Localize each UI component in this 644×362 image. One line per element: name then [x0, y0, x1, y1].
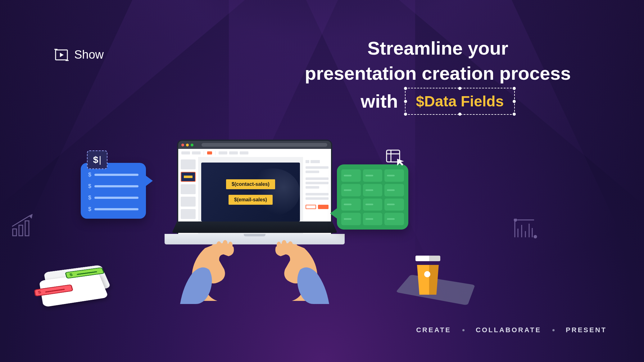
data-field-placeholder: $(contact-sales) [226, 179, 275, 189]
bullet-separator-icon [462, 329, 465, 331]
selection-handle-icon [404, 87, 407, 90]
headline-line2: presentation creation process [292, 61, 584, 86]
sheet-cell [341, 213, 361, 225]
growth-chart-outline-icon [11, 214, 36, 239]
svg-rect-17 [19, 225, 23, 236]
footer-item: CREATE [416, 326, 451, 334]
dollar-cursor-label: $ [93, 154, 98, 165]
data-fields-label: $Data Fields [416, 93, 504, 109]
sheet-cell [341, 169, 361, 182]
selection-handle-icon [404, 113, 407, 116]
brand-name: Show [74, 48, 104, 61]
bar-chart-outline-icon [514, 219, 538, 242]
slide-thumbnail [181, 184, 196, 194]
fields-list-card: $| $ $ $ $ [81, 163, 146, 219]
dollar-icon: $ [88, 194, 91, 201]
sheet-cell [384, 199, 404, 211]
laptop-illustration: $(contact-sales) $(email-sales) [165, 140, 345, 288]
sheet-cell [384, 169, 404, 182]
slide-canvas: $(contact-sales) $(email-sales) [201, 163, 300, 221]
sheet-cell [384, 213, 404, 225]
slide-thumbnail [181, 159, 196, 169]
sheet-cell [341, 199, 361, 211]
slide-thumbnail-active [181, 172, 196, 182]
selection-handle-icon [458, 87, 461, 90]
field-row: $ [88, 206, 138, 212]
svg-point-11 [293, 244, 298, 251]
selection-handle-icon [513, 87, 516, 90]
svg-rect-16 [13, 229, 16, 236]
dollar-icon: $ [88, 172, 91, 178]
svg-point-8 [288, 241, 293, 249]
cards-stack-icon [38, 264, 121, 307]
data-fields-selection-box: $Data Fields [405, 88, 515, 115]
svg-marker-3 [60, 53, 64, 57]
window-titlebar [178, 141, 331, 149]
app-toolbar [178, 149, 331, 157]
hand-left-icon [177, 217, 252, 304]
footer-tags: CREATE COLLABORATE PRESENT [416, 326, 607, 334]
headline-with: with [361, 91, 398, 112]
sheet-cell [384, 184, 404, 196]
svg-point-22 [514, 219, 517, 221]
svg-point-5 [223, 240, 228, 248]
show-logo-icon [54, 49, 69, 61]
footer-item: COLLABORATE [476, 326, 541, 334]
sheet-cell [363, 184, 383, 196]
close-dot-icon [181, 144, 184, 146]
field-row: $ [88, 183, 138, 190]
headline-line1: Streamline your [292, 36, 584, 61]
slide-thumbnail [181, 197, 196, 207]
svg-point-4 [216, 241, 221, 249]
svg-point-23 [534, 235, 537, 238]
footer-item: PRESENT [566, 326, 607, 334]
selection-handle-icon [513, 113, 516, 116]
sheet-cell [363, 213, 383, 225]
sheet-cell [363, 169, 383, 182]
coffee-cup-icon [416, 257, 441, 295]
minimize-dot-icon [186, 144, 189, 146]
field-row: $ [88, 194, 138, 201]
field-row: $ [88, 172, 138, 178]
dollar-icon: $ [88, 206, 91, 212]
svg-rect-18 [25, 221, 29, 236]
spreadsheet-cursor-icon [386, 150, 405, 168]
svg-marker-15 [397, 159, 404, 166]
hand-right-icon [258, 217, 332, 304]
bullet-separator-icon [552, 329, 555, 331]
spreadsheet-card [337, 164, 408, 230]
sheet-cell [363, 199, 383, 211]
svg-point-6 [228, 242, 233, 248]
selection-handle-icon [513, 100, 516, 103]
headline: Streamline your presentation creation pr… [292, 36, 584, 115]
svg-marker-19 [29, 215, 32, 218]
svg-point-9 [282, 240, 287, 248]
text-cursor-chip-icon: $| [87, 150, 107, 169]
brand-logo: Show [54, 48, 104, 61]
svg-point-7 [211, 244, 216, 251]
address-bar-placeholder [202, 143, 327, 147]
data-field-placeholder: $(email-sales) [229, 195, 273, 205]
selection-handle-icon [458, 113, 461, 116]
sheet-cell [341, 184, 361, 196]
svg-point-10 [277, 242, 281, 248]
maximize-dot-icon [191, 144, 193, 146]
selection-handle-icon [404, 100, 407, 103]
dollar-icon: $ [88, 183, 91, 190]
